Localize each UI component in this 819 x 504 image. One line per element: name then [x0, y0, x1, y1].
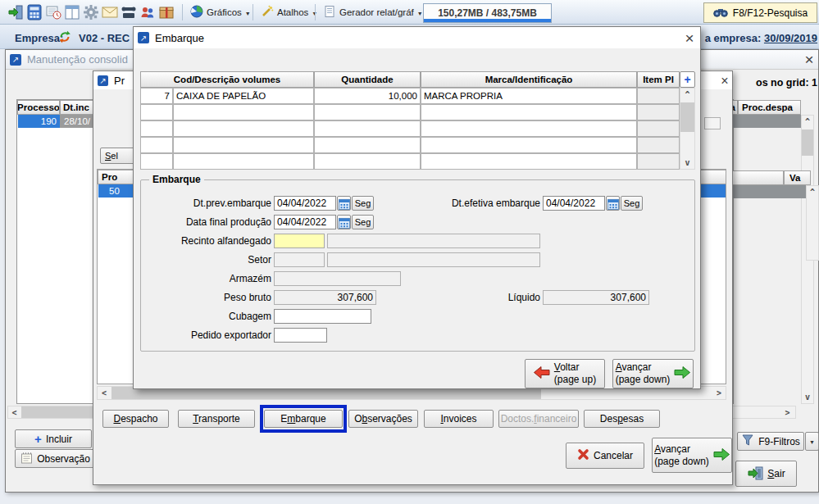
- menu-atalhos[interactable]: Atalhos ▼: [257, 3, 321, 21]
- cell-quantity[interactable]: [314, 120, 421, 137]
- data-final-weekday[interactable]: Seg: [352, 215, 374, 229]
- armazem-input[interactable]: [274, 271, 401, 286]
- scroll-right-icon[interactable]: >: [712, 387, 726, 399]
- voltar-button[interactable]: Voltar (page up): [525, 359, 605, 388]
- menu-gerador-label: Gerador relat/gráf: [339, 7, 414, 17]
- grid2-header-va[interactable]: Va: [784, 170, 811, 185]
- cell-quantity[interactable]: [314, 137, 421, 153]
- schedule-icon[interactable]: [44, 3, 62, 21]
- embarque-dialog-titlebar: ↗ Embarque: [134, 27, 700, 48]
- toolbar-separator: [253, 4, 253, 20]
- scrollbar-thumb[interactable]: [802, 129, 813, 156]
- avancar-page-button[interactable]: Avançar (page down): [652, 438, 732, 473]
- observacao-button[interactable]: Observação: [15, 449, 96, 468]
- scroll-right-icon[interactable]: >: [781, 406, 794, 418]
- f9-filtros-button[interactable]: F9-Filtros: [737, 432, 804, 451]
- cancelar-button[interactable]: Cancelar: [566, 443, 644, 469]
- wand-icon: [261, 5, 274, 20]
- cell-code[interactable]: [140, 120, 173, 137]
- scrollbar-thumb[interactable]: [680, 102, 694, 132]
- cell-code[interactable]: [140, 137, 173, 153]
- col-header-item-pi[interactable]: Item PI: [637, 71, 680, 88]
- add-row-button[interactable]: +: [680, 71, 695, 88]
- scroll-up-icon[interactable]: ^: [680, 89, 694, 101]
- incluir-button[interactable]: + Incluir: [15, 429, 92, 448]
- tab-embarque[interactable]: Embarque: [264, 410, 343, 428]
- refresh-icon[interactable]: [57, 30, 72, 47]
- tab-transporte[interactable]: Transporte: [178, 410, 255, 428]
- dt-prev-input[interactable]: 04/04/2022: [274, 196, 336, 211]
- scroll-down-icon[interactable]: v: [802, 391, 813, 403]
- setor-code-input[interactable]: [274, 252, 325, 267]
- dt-efetiva-calendar-button[interactable]: [606, 196, 620, 211]
- dt-efetiva-weekday[interactable]: Seg: [621, 196, 643, 211]
- setor-description-field: [327, 252, 540, 267]
- cell-code[interactable]: [140, 153, 173, 170]
- closing-date-value: 30/09/2019: [764, 32, 817, 44]
- cubagem-input[interactable]: [274, 309, 371, 324]
- data-final-input[interactable]: 04/04/2022: [274, 215, 336, 229]
- col-header-quantidade[interactable]: Quantidade: [314, 71, 421, 88]
- cell-quantity[interactable]: [314, 104, 421, 120]
- users-icon[interactable]: [139, 3, 157, 21]
- package-icon[interactable]: [157, 3, 175, 21]
- tab-despesas[interactable]: Despesas: [584, 410, 660, 428]
- cell-quantity[interactable]: [314, 153, 421, 170]
- scroll-left-icon[interactable]: <: [98, 387, 111, 399]
- cell-brand[interactable]: [421, 104, 637, 120]
- avancar-label: Avançar (page down): [616, 361, 671, 386]
- cell-brand[interactable]: [421, 120, 637, 137]
- cell-description[interactable]: [173, 120, 314, 137]
- data-final-calendar-button[interactable]: [337, 215, 351, 229]
- exit-icon[interactable]: [7, 3, 25, 21]
- empresa-label: Empresa:: [15, 32, 63, 44]
- tab-invoices[interactable]: Invoices: [424, 410, 494, 428]
- arrow-right-icon: [674, 366, 690, 381]
- close-icon[interactable]: ×: [803, 54, 816, 66]
- dt-efetiva-input[interactable]: 04/04/2022: [543, 196, 605, 211]
- cell-brand[interactable]: [421, 153, 637, 170]
- mail-icon[interactable]: [101, 3, 119, 21]
- scroll-up-icon[interactable]: ^: [807, 186, 818, 198]
- scroll-up-icon[interactable]: ^: [802, 116, 813, 128]
- col-header-procdespa[interactable]: Proc.despa: [738, 100, 801, 115]
- f9-filtros-dropdown[interactable]: ▼: [805, 432, 819, 451]
- col-header-cod-descricao[interactable]: Cod/Descrição volumes: [140, 71, 314, 88]
- phone-icon[interactable]: [120, 3, 138, 21]
- binoculars-icon: [713, 6, 728, 20]
- cell-description[interactable]: [173, 153, 314, 170]
- cell-code[interactable]: 7: [140, 88, 173, 104]
- cell-code[interactable]: [140, 104, 173, 120]
- dt-prev-weekday[interactable]: Seg: [352, 196, 374, 211]
- scroll-left-icon[interactable]: <: [8, 406, 20, 418]
- settings-gear-icon[interactable]: [82, 3, 100, 21]
- pedido-exportador-input[interactable]: [274, 328, 327, 343]
- cell-processo[interactable]: 50: [109, 186, 120, 196]
- col-header-marca[interactable]: Marca/Identificação: [421, 71, 637, 88]
- tab-observacoes[interactable]: Observações: [348, 410, 418, 428]
- col-header-processo[interactable]: Processo: [17, 100, 60, 115]
- scroll-down-icon[interactable]: v: [680, 157, 694, 169]
- dt-prev-calendar-button[interactable]: [337, 196, 351, 211]
- cell-description[interactable]: CAIXA DE PAPELÃO: [173, 88, 314, 104]
- cell-brand[interactable]: [421, 137, 637, 153]
- recinto-code-input[interactable]: [274, 234, 325, 248]
- cell-quantity[interactable]: 10,000: [314, 88, 421, 104]
- cell-processo[interactable]: 190: [18, 115, 60, 128]
- search-button[interactable]: F8/F12-Pesquisa: [703, 2, 817, 23]
- tab-despacho[interactable]: Despacho: [102, 410, 169, 428]
- cell-dtinc[interactable]: 28/10/: [64, 116, 90, 126]
- cell-description[interactable]: [173, 137, 314, 153]
- scrollbar-thumb[interactable]: [21, 406, 97, 418]
- sair-button[interactable]: Sair: [735, 461, 797, 487]
- cell-description[interactable]: [173, 104, 314, 120]
- close-icon[interactable]: ×: [718, 75, 731, 87]
- chevron-down-icon: ▼: [245, 9, 251, 16]
- cell-brand[interactable]: MARCA PROPRIA: [421, 88, 637, 104]
- menu-graficos[interactable]: Gráficos ▼: [187, 3, 254, 21]
- layout-icon[interactable]: [63, 3, 81, 21]
- menu-gerador[interactable]: Gerador relat/gráf ▼: [320, 3, 426, 21]
- avancar-button[interactable]: Avançar (page down): [612, 359, 694, 388]
- close-icon[interactable]: ×: [683, 33, 696, 44]
- calculator-icon[interactable]: [25, 3, 43, 21]
